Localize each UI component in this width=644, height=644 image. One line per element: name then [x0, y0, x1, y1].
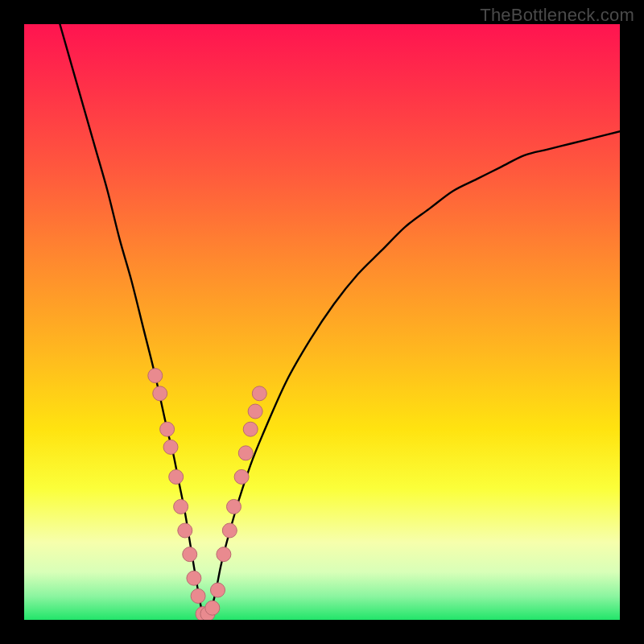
marker-dot — [234, 469, 249, 484]
marker-dot — [174, 499, 188, 514]
bottleneck-curve — [60, 24, 620, 617]
marker-dot — [211, 583, 225, 597]
chart-frame: TheBottleneck.com — [0, 0, 644, 644]
marker-dot — [183, 547, 197, 562]
marker-dot — [160, 422, 175, 436]
plot-area — [24, 24, 620, 620]
marker-dot — [148, 369, 163, 383]
marker-dot — [163, 440, 178, 454]
marker-dot — [252, 386, 266, 401]
marker-dot — [191, 588, 205, 603]
sample-points — [148, 369, 266, 620]
marker-dot — [222, 523, 237, 538]
marker-dot — [238, 446, 253, 460]
marker-dot — [187, 571, 201, 585]
watermark-text: TheBottleneck.com — [480, 5, 634, 26]
marker-dot — [169, 469, 184, 484]
marker-dot — [226, 499, 241, 514]
marker-dot — [153, 386, 167, 401]
marker-dot — [217, 547, 231, 562]
marker-dot — [243, 422, 258, 436]
marker-dot — [205, 601, 220, 615]
marker-dot — [178, 523, 192, 538]
marker-dot — [248, 404, 262, 419]
chart-svg — [24, 24, 620, 620]
